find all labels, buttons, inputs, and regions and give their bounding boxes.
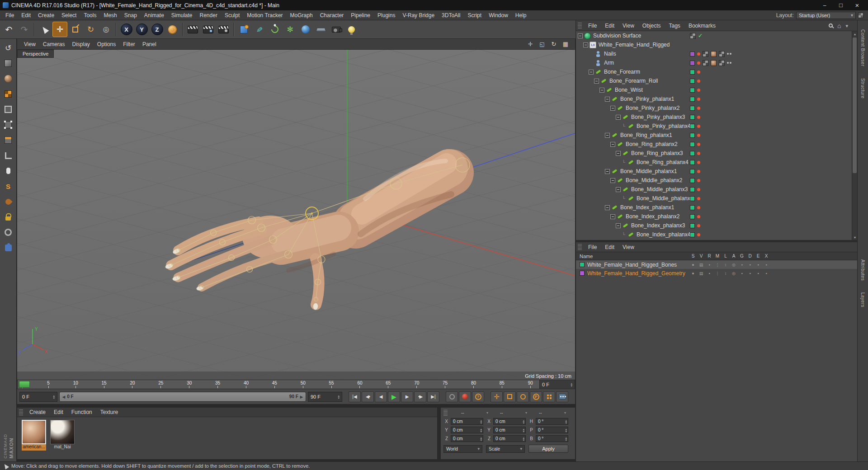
menu-file[interactable]: File xyxy=(2,11,18,19)
pos-z-field[interactable]: 0 cm xyxy=(451,435,483,442)
material-label[interactable]: american... xyxy=(22,444,46,451)
menu-help[interactable]: Help xyxy=(512,11,530,19)
lm-menu-file[interactable]: File xyxy=(585,243,600,251)
tree-row[interactable]: Bone_Middle_phalanx4 xyxy=(576,194,852,203)
stepper-icon[interactable] xyxy=(565,419,567,424)
layer-tag-icon[interactable] xyxy=(690,97,695,102)
layer-label[interactable]: White_Female_Hand_Rigged_Bones xyxy=(587,262,677,268)
search-icon[interactable] xyxy=(829,24,833,28)
expand-icon[interactable] xyxy=(578,33,583,38)
timeline-ruler[interactable]: 0 5 10 15 20 25 30 35 40 45 50 55 60 65 … xyxy=(17,380,575,389)
red-dot-icon[interactable] xyxy=(697,143,700,146)
red-dot-icon[interactable] xyxy=(697,170,700,173)
stepper-icon[interactable] xyxy=(480,419,482,424)
coordinate-system-button[interactable] xyxy=(165,22,180,37)
tree-label[interactable]: Bone_Index_phalanx1 xyxy=(620,204,674,211)
vp-menu-view[interactable]: View xyxy=(21,40,39,48)
layer-tag-icon[interactable] xyxy=(690,88,695,93)
layer-tag-icon[interactable] xyxy=(690,169,695,174)
layer-tag-icon[interactable] xyxy=(690,106,695,111)
expand-icon[interactable] xyxy=(589,70,594,75)
red-dot-icon[interactable] xyxy=(697,80,700,83)
add-cube-button[interactable] xyxy=(236,22,251,37)
tree-label[interactable]: Bone_Middle_phalanx2 xyxy=(626,177,682,183)
om-menu-bookmarks[interactable]: Bookmarks xyxy=(685,22,719,30)
expand-icon[interactable] xyxy=(594,79,599,84)
stepper-icon[interactable] xyxy=(565,437,567,441)
rot-p-field[interactable]: 0 ° xyxy=(536,427,568,433)
expand-icon[interactable] xyxy=(616,151,621,156)
spline-pen-button[interactable] xyxy=(252,22,267,37)
size-y-field[interactable]: 0 cm xyxy=(493,427,526,433)
playhead[interactable] xyxy=(19,381,30,388)
menu-create[interactable]: Create xyxy=(34,11,58,19)
plugins-palette-button[interactable] xyxy=(1,241,15,254)
tree-label[interactable]: Bone_Pinky_phalanx4 xyxy=(637,123,690,129)
layer-toggles[interactable]: ●▤▪⋮↕◎▪▪▪▪ xyxy=(690,260,769,269)
maximize-button[interactable] xyxy=(833,0,849,10)
red-dot-icon[interactable] xyxy=(697,61,700,65)
material-item[interactable]: american... xyxy=(21,420,47,451)
mat-menu-edit[interactable]: Edit xyxy=(50,408,67,416)
tree-row[interactable]: Bone_Index_phalanx4 xyxy=(576,230,852,239)
make-editable-button[interactable] xyxy=(1,41,15,55)
layer-tag-icon[interactable] xyxy=(690,223,695,228)
menu-motion-tracker[interactable]: Motion Tracker xyxy=(243,11,286,19)
tree-row[interactable]: Bone_Pinky_phalanx1 xyxy=(576,94,852,103)
red-dot-icon[interactable] xyxy=(697,152,700,155)
tree-label[interactable]: Bone_Middle_phalanx3 xyxy=(631,186,688,193)
pos-y-field[interactable]: 0 cm xyxy=(451,427,483,433)
menu-animate[interactable]: Animate xyxy=(141,11,168,19)
timeline-track[interactable]: 0 5 10 15 20 25 30 35 40 45 50 55 60 65 … xyxy=(18,380,539,389)
home-icon[interactable] xyxy=(837,22,841,29)
move-tool-button[interactable] xyxy=(52,22,67,37)
pos-x-field[interactable]: 0 cm xyxy=(451,418,483,425)
lm-menu-view[interactable]: View xyxy=(619,243,638,251)
material-tag-icon[interactable] xyxy=(711,51,717,57)
expand-icon[interactable] xyxy=(605,133,610,138)
om-menu-objects[interactable]: Objects xyxy=(639,22,665,30)
frame-range-slider[interactable]: 0 F 90 F xyxy=(59,392,306,402)
layer-tag-icon[interactable] xyxy=(690,214,695,219)
menu-select[interactable]: Select xyxy=(58,11,80,19)
menu-edit[interactable]: Edit xyxy=(18,11,34,19)
rotate-view-icon[interactable] xyxy=(550,41,558,48)
tree-label[interactable]: Subdivision Surface xyxy=(593,33,641,39)
expand-icon[interactable] xyxy=(610,142,615,147)
stepper-icon[interactable] xyxy=(480,437,482,441)
menu-tools[interactable]: Tools xyxy=(80,11,100,19)
expand-icon[interactable] xyxy=(610,214,615,219)
panel-grip-icon[interactable] xyxy=(578,244,582,250)
red-dot-icon[interactable] xyxy=(697,107,700,110)
tree-label[interactable]: Bone_Index_phalanx3 xyxy=(631,222,685,229)
texture-tag-icon[interactable] xyxy=(719,60,725,66)
texture-tag-icon[interactable] xyxy=(719,51,725,57)
material-tag-icon[interactable] xyxy=(711,60,717,66)
workplane-mode-button[interactable] xyxy=(1,149,15,162)
model-mode-button[interactable] xyxy=(1,56,15,70)
red-dot-icon[interactable] xyxy=(697,224,700,227)
tree-label[interactable]: Bone_Wrist xyxy=(615,87,643,93)
layer-tag-icon[interactable] xyxy=(690,187,695,192)
scale-tool-button[interactable] xyxy=(68,22,83,37)
lock-workplane-button[interactable] xyxy=(1,210,15,224)
rotate-band-button[interactable] xyxy=(1,226,15,239)
layer-tag-icon[interactable] xyxy=(690,133,695,138)
tree-label[interactable]: White_Female_Hand_Rigged xyxy=(599,42,670,48)
light-button[interactable] xyxy=(344,22,359,37)
render-picture-viewer-button[interactable] xyxy=(201,22,216,37)
vp-menu-cameras[interactable]: Cameras xyxy=(40,40,68,48)
menu-simulate[interactable]: Simulate xyxy=(168,11,196,19)
red-dot-icon[interactable] xyxy=(697,116,700,119)
tree-label[interactable]: Bone_Ring_phalanx4 xyxy=(637,159,689,165)
texture-axis-mode-button[interactable] xyxy=(1,87,15,101)
tree-row[interactable]: Bone_Forearm_Roll xyxy=(576,76,852,85)
layer-tag-icon[interactable] xyxy=(690,232,695,237)
tree-label[interactable]: Bone_Middle_phalanx1 xyxy=(620,168,677,174)
red-dot-icon[interactable] xyxy=(697,197,700,200)
tree-row[interactable]: Bone_Ring_phalanx1 xyxy=(576,131,852,140)
tree-row[interactable]: Bone_Ring_phalanx3 xyxy=(576,149,852,158)
polygons-mode-button[interactable] xyxy=(1,133,15,147)
close-button[interactable] xyxy=(849,0,865,10)
keyframe-position-button[interactable] xyxy=(491,391,503,402)
